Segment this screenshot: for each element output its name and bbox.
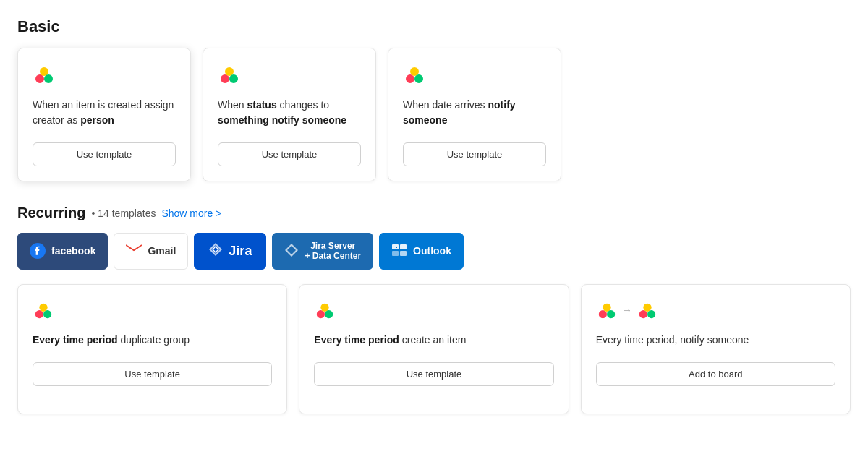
use-template-btn-3[interactable]: Use template <box>403 142 546 166</box>
svg-point-7 <box>410 67 419 76</box>
svg-point-3 <box>221 74 229 83</box>
recurring-header: Recurring • 14 templates Show more > <box>17 205 851 221</box>
jira-icon <box>208 242 223 260</box>
svg-point-18 <box>325 310 333 318</box>
recurring-card-1-icons <box>33 299 272 321</box>
recurring-title: Recurring <box>17 205 85 221</box>
outlook-label: Outlook <box>413 245 451 257</box>
svg-point-23 <box>643 303 651 311</box>
svg-point-22 <box>639 310 647 318</box>
gmail-icon <box>126 244 142 259</box>
outlook-icon <box>391 244 407 259</box>
svg-point-17 <box>321 303 329 311</box>
recurring-card-3: → Every time period, notify someone Add … <box>581 284 851 414</box>
recurring-card-1: Every time period duplicate group Use te… <box>17 284 287 414</box>
recurring-card-2-icons <box>314 299 553 321</box>
recurring-card-3-icons: → <box>596 299 835 321</box>
integration-btn-gmail[interactable]: Gmail <box>114 233 188 270</box>
integration-btn-jira[interactable]: Jira <box>194 233 266 270</box>
card-logo-2 <box>218 63 241 86</box>
card-1-text: When an item is created assign creator a… <box>33 98 176 128</box>
svg-point-19 <box>598 310 606 318</box>
basic-card-1: When an item is created assign creator a… <box>17 48 191 181</box>
svg-point-16 <box>317 310 325 318</box>
svg-point-1 <box>40 67 48 76</box>
integration-btn-jira-server[interactable]: Jira Server+ Data Center <box>272 233 373 270</box>
page-container: Basic When an item is created assign cre… <box>0 0 868 414</box>
jira-server-icon <box>284 243 299 260</box>
use-template-btn-2[interactable]: Use template <box>218 142 361 166</box>
card-2-text: When status changes to something notify … <box>218 98 361 128</box>
svg-point-0 <box>35 74 44 83</box>
basic-card-3: When date arrives notify someone Use tem… <box>388 48 561 181</box>
recurring-card-3-text: Every time period, notify someone <box>596 333 835 348</box>
recurring-cards: Every time period duplicate group Use te… <box>17 284 851 414</box>
svg-point-24 <box>647 310 655 318</box>
svg-rect-10 <box>400 244 407 249</box>
show-more-link[interactable]: Show more > <box>161 207 221 219</box>
use-template-btn-recurring-2[interactable]: Use template <box>314 362 553 386</box>
recurring-section: Recurring • 14 templates Show more > fac… <box>17 205 851 414</box>
svg-point-13 <box>35 310 43 318</box>
facebook-label: facebook <box>51 245 95 257</box>
integration-btn-outlook[interactable]: Outlook <box>379 233 464 270</box>
svg-point-2 <box>44 74 53 83</box>
integration-filters: facebook Gmail <box>17 233 851 270</box>
svg-point-15 <box>43 310 51 318</box>
recurring-card-1-text: Every time period duplicate group <box>33 333 272 348</box>
svg-point-4 <box>225 67 234 76</box>
card-3-text: When date arrives notify someone <box>403 98 546 128</box>
use-template-btn-recurring-1[interactable]: Use template <box>33 362 272 386</box>
integration-btn-facebook[interactable]: facebook <box>17 233 108 270</box>
svg-point-20 <box>603 303 610 311</box>
gmail-label: Gmail <box>148 245 176 257</box>
card-logo-1 <box>33 63 56 86</box>
jira-server-label: Jira Server+ Data Center <box>305 241 361 262</box>
arrow-icon: → <box>622 304 632 316</box>
svg-point-21 <box>607 310 615 318</box>
use-template-btn-1[interactable]: Use template <box>33 142 176 166</box>
template-count: • 14 templates <box>91 207 156 219</box>
jira-label: Jira <box>229 244 252 259</box>
basic-section: Basic When an item is created assign cre… <box>17 17 851 181</box>
svg-point-5 <box>229 74 238 83</box>
svg-rect-12 <box>400 251 407 256</box>
add-to-board-btn[interactable]: Add to board <box>596 362 835 386</box>
svg-point-14 <box>39 303 47 311</box>
svg-point-6 <box>406 74 414 83</box>
recurring-card-2: Every time period create an item Use tem… <box>299 284 569 414</box>
card-logo-3 <box>403 63 426 86</box>
basic-title: Basic <box>17 17 851 36</box>
basic-cards: When an item is created assign creator a… <box>17 48 851 181</box>
recurring-card-2-text: Every time period create an item <box>314 333 553 348</box>
svg-point-8 <box>414 74 423 83</box>
svg-rect-11 <box>392 251 399 256</box>
facebook-icon <box>30 243 46 259</box>
svg-rect-9 <box>392 244 399 249</box>
basic-card-2: When status changes to something notify … <box>203 48 376 181</box>
